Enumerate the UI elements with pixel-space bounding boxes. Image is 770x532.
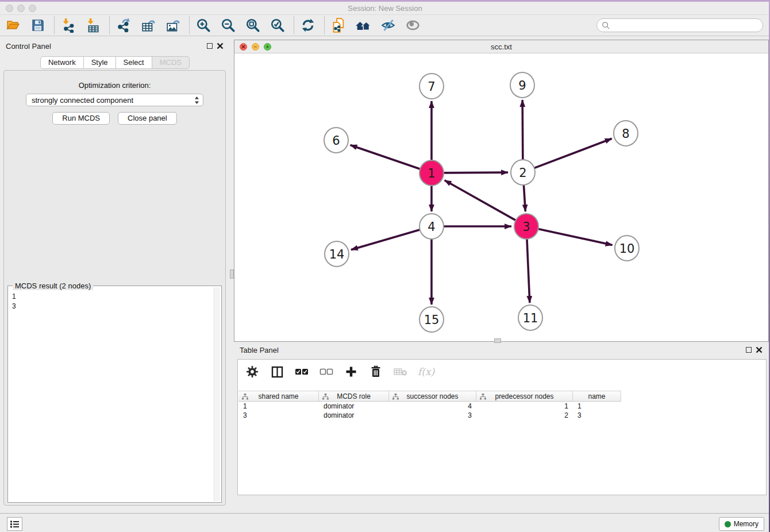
grid-body: 1dominator4113dominator323 <box>238 402 621 420</box>
deselect-all-icon[interactable] <box>319 364 334 379</box>
toolbar-separator <box>54 17 55 34</box>
search-field <box>596 18 763 32</box>
graph-node-4[interactable]: 4 <box>419 214 444 239</box>
tab-select[interactable]: Select <box>116 56 152 69</box>
vertical-splitter[interactable] <box>230 38 234 513</box>
close-panel-icon[interactable] <box>217 43 224 49</box>
edge-2-3[interactable] <box>523 184 525 211</box>
graph-node-3[interactable]: 3 <box>514 214 538 239</box>
edge-3-1[interactable] <box>445 180 517 221</box>
table-cell[interactable]: 3 <box>238 411 319 420</box>
horizontal-splitter-grip[interactable] <box>494 338 501 343</box>
table-row[interactable]: 1dominator411 <box>238 402 621 411</box>
close-table-panel-icon[interactable] <box>756 346 763 353</box>
table-cell[interactable]: dominator <box>319 402 389 411</box>
mcds-result-group: MCDS result (2 nodes) 13 <box>7 286 222 503</box>
node-label: 11 <box>523 311 538 325</box>
node-label: 10 <box>619 242 635 256</box>
node-table-grid: shared nameMCDS rolesuccessor nodesprede… <box>238 391 621 420</box>
graph-node-15[interactable]: 15 <box>419 307 444 332</box>
clone-network-icon[interactable] <box>330 17 347 34</box>
zoom-out-icon[interactable] <box>220 17 237 34</box>
graph-node-8[interactable]: 8 <box>614 121 638 146</box>
table-cell[interactable]: 4 <box>389 402 476 411</box>
hierarchy-icon <box>322 394 329 402</box>
table-cell[interactable]: 3 <box>573 411 621 420</box>
column-header-shared-name[interactable]: shared name <box>238 391 319 401</box>
function-builder-icon[interactable]: f(x) <box>418 364 434 379</box>
edge-3-10[interactable] <box>538 229 613 245</box>
float-table-panel-icon[interactable] <box>746 347 752 353</box>
zoom-fit-icon[interactable] <box>244 17 261 34</box>
table-row[interactable]: 3dominator323 <box>238 411 621 420</box>
network-canvas[interactable]: 7968124314101511 <box>234 53 768 341</box>
column-label: shared name <box>258 392 298 400</box>
memory-label: Memory <box>734 520 759 528</box>
graph-node-6[interactable]: 6 <box>324 128 348 153</box>
edge-4-14[interactable] <box>351 230 421 250</box>
table-toolbar: f(x) <box>238 360 766 384</box>
close-panel-button[interactable]: Close panel <box>118 112 177 125</box>
edge-3-11[interactable] <box>527 238 530 303</box>
graph-node-2[interactable]: 2 <box>511 160 535 185</box>
graph-node-1[interactable]: 1 <box>419 160 444 186</box>
select-all-icon[interactable] <box>294 364 309 379</box>
edge-2-9[interactable] <box>522 100 523 161</box>
run-mcds-button[interactable]: Run MCDS <box>52 112 110 125</box>
node-label: 7 <box>428 80 435 94</box>
open-session-icon[interactable] <box>5 17 22 34</box>
table-settings-icon[interactable] <box>245 364 260 379</box>
column-header-predecessor-nodes[interactable]: predecessor nodes <box>476 391 573 401</box>
delete-table-icon[interactable] <box>393 364 408 379</box>
tab-network[interactable]: Network <box>40 56 84 69</box>
network-titlebar: ✕ − + scc.txt <box>234 40 768 53</box>
export-image-icon[interactable] <box>164 17 182 34</box>
column-header-name[interactable]: name <box>573 391 621 401</box>
delete-column-icon[interactable] <box>368 364 383 379</box>
graph-node-11[interactable]: 11 <box>518 305 542 330</box>
search-input[interactable] <box>610 21 763 30</box>
column-header-mcds-role[interactable]: MCDS role <box>319 391 389 401</box>
edge-1-2[interactable] <box>443 172 508 173</box>
table-cell[interactable]: 3 <box>389 411 476 420</box>
vertical-splitter-grip[interactable] <box>230 269 234 279</box>
table-cell[interactable]: dominator <box>319 411 389 420</box>
mcds-result-text[interactable]: 13 <box>9 291 213 501</box>
tab-style[interactable]: Style <box>84 56 116 69</box>
zoom-in-icon[interactable] <box>195 17 212 34</box>
table-cell[interactable]: 1 <box>573 402 621 411</box>
graph-node-9[interactable]: 9 <box>510 72 534 98</box>
table-cell[interactable]: 2 <box>476 411 573 420</box>
column-label: name <box>588 392 605 400</box>
criterion-select[interactable]: strongly connected component <box>26 94 203 106</box>
edge-2-8[interactable] <box>534 138 612 168</box>
mcds-panel: Optimization criterion: strongly connect… <box>3 70 226 506</box>
add-column-icon[interactable] <box>344 364 359 379</box>
hierarchy-icon <box>242 394 248 402</box>
float-panel-icon[interactable] <box>207 43 213 49</box>
result-scrollbar[interactable] <box>214 287 220 501</box>
column-layout-icon[interactable] <box>270 364 284 379</box>
import-network-icon[interactable] <box>60 17 77 34</box>
column-header-successor-nodes[interactable]: successor nodes <box>389 391 476 401</box>
new-network-icon[interactable] <box>115 17 132 34</box>
graph-node-7[interactable]: 7 <box>419 74 444 99</box>
table-panel-title: Table Panel <box>240 346 279 354</box>
table-cell[interactable]: 1 <box>238 402 319 411</box>
memory-button[interactable]: Memory <box>719 517 764 531</box>
edge-1-6[interactable] <box>351 145 421 169</box>
first-neighbors-icon[interactable] <box>355 17 372 34</box>
graph-node-10[interactable]: 10 <box>615 236 639 261</box>
tab-mcds[interactable]: MCDS <box>152 56 190 69</box>
export-table-icon[interactable] <box>140 17 157 34</box>
table-cell[interactable]: 1 <box>476 402 573 411</box>
show-all-icon[interactable] <box>404 17 421 34</box>
network-window: ✕ − + scc.txt 7968124314101511 <box>234 40 769 342</box>
refresh-layout-icon[interactable] <box>299 17 317 34</box>
save-session-icon[interactable] <box>29 17 47 34</box>
zoom-selected-icon[interactable] <box>269 17 286 34</box>
hide-selected-icon[interactable] <box>379 17 396 34</box>
import-table-icon[interactable] <box>84 17 102 34</box>
graph-node-14[interactable]: 14 <box>325 241 349 267</box>
task-history-button[interactable] <box>7 517 22 531</box>
